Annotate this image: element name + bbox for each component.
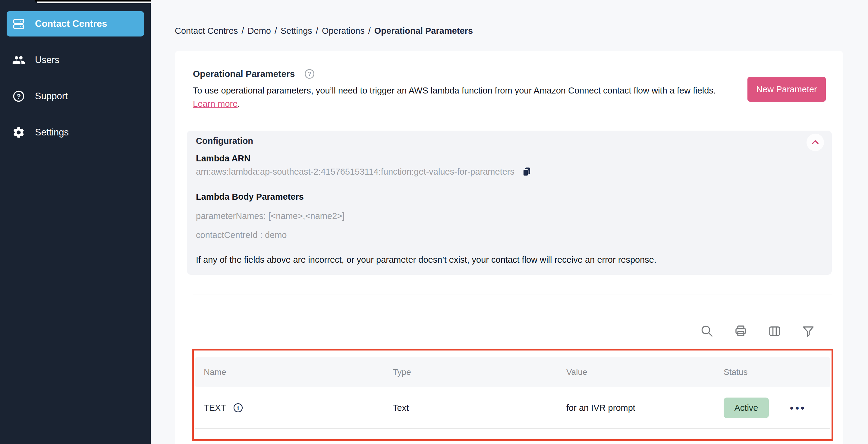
svg-text:?: ? <box>17 92 21 100</box>
new-parameter-button[interactable]: New Parameter <box>747 77 826 102</box>
parameter-name: TEXT <box>204 403 226 413</box>
cell-name: TEXT i <box>204 403 393 413</box>
top-white-strip <box>37 1 151 3</box>
sidebar-nav: Contact Centres Users ? Support <box>0 0 151 145</box>
main-content: Contact Centres / Demo / Settings / Oper… <box>151 0 868 444</box>
breadcrumb-separator: / <box>368 26 371 36</box>
sidebar-item-contact-centres[interactable]: Contact Centres <box>7 11 144 36</box>
sidebar-item-label: Support <box>35 91 68 102</box>
breadcrumb: Contact Centres / Demo / Settings / Oper… <box>175 26 473 36</box>
breadcrumb-item[interactable]: Demo <box>248 26 271 36</box>
row-actions-menu[interactable]: ••• <box>790 402 830 414</box>
sidebar-item-support[interactable]: ? Support <box>7 84 144 109</box>
breadcrumb-item[interactable]: Contact Centres <box>175 26 238 36</box>
users-icon <box>12 53 25 67</box>
copy-icon <box>521 166 532 177</box>
description-text: To use operational parameters, you’ll ne… <box>193 86 716 95</box>
section-divider <box>193 294 832 294</box>
table-header-row: Name Type Value Status <box>195 357 830 387</box>
copy-button[interactable] <box>521 166 532 177</box>
column-header-status[interactable]: Status <box>724 367 790 377</box>
gear-icon <box>12 126 25 139</box>
cell-value: for an IVR prompt <box>566 403 724 413</box>
breadcrumb-separator: / <box>242 26 244 36</box>
description-period: . <box>238 99 240 109</box>
breadcrumb-separator: / <box>316 26 318 36</box>
app-root: Contact Centres Users ? Support <box>0 0 868 444</box>
servers-icon <box>12 17 25 30</box>
lambda-body-label: Lambda Body Parameters <box>196 192 304 202</box>
configuration-heading: Configuration <box>196 136 253 146</box>
breadcrumb-item[interactable]: Settings <box>281 26 312 36</box>
breadcrumb-current: Operational Parameters <box>374 26 473 36</box>
question-circle-icon[interactable]: ? <box>304 68 315 80</box>
collapse-button[interactable] <box>807 134 824 151</box>
svg-text:?: ? <box>308 71 311 77</box>
table-toolbar <box>700 324 815 338</box>
sidebar: Contact Centres Users ? Support <box>0 0 151 444</box>
configuration-panel: Configuration Lambda ARN arn:aws:lambda:… <box>187 130 832 275</box>
status-badge: Active <box>724 397 769 418</box>
print-icon[interactable] <box>734 324 748 338</box>
parameter-names-value: parameterNames: [<name>,<name2>] <box>196 211 344 221</box>
column-header-value[interactable]: Value <box>566 367 724 377</box>
page-header: Operational Parameters ? <box>193 68 315 80</box>
learn-more-link[interactable]: Learn more <box>193 99 238 109</box>
content-card: Operational Parameters ? To use operatio… <box>175 51 843 444</box>
lambda-arn-label: Lambda ARN <box>196 153 250 164</box>
page-description: To use operational parameters, you’ll ne… <box>193 84 733 110</box>
column-header-type[interactable]: Type <box>393 367 566 377</box>
lambda-arn-row: arn:aws:lambda:ap-southeast-2:4157651531… <box>196 166 532 177</box>
sidebar-item-label: Users <box>35 55 59 65</box>
sidebar-item-users[interactable]: Users <box>7 47 144 73</box>
columns-icon[interactable] <box>767 324 782 338</box>
lambda-arn-value: arn:aws:lambda:ap-southeast-2:4157651531… <box>196 167 515 177</box>
breadcrumb-item[interactable]: Operations <box>322 26 365 36</box>
help-circle-icon: ? <box>12 90 25 103</box>
configuration-warning: If any of the fields above are incorrect… <box>196 255 656 265</box>
sidebar-item-settings[interactable]: Settings <box>7 120 144 145</box>
breadcrumb-separator: / <box>275 26 277 36</box>
filter-icon[interactable] <box>801 324 815 338</box>
cell-status: Active <box>724 397 790 418</box>
cell-type: Text <box>393 403 566 413</box>
sidebar-item-label: Settings <box>35 127 69 138</box>
parameters-table-highlight: Name Type Value Status TEXT i <box>192 349 833 441</box>
table-row: TEXT i Text for an IVR prompt Active <box>195 387 830 429</box>
contact-centre-id-value: contactCentreId : demo <box>196 230 287 240</box>
sidebar-item-label: Contact Centres <box>35 19 107 29</box>
info-icon[interactable]: i <box>233 403 244 413</box>
svg-text:i: i <box>237 405 239 411</box>
chevron-up-icon <box>810 137 821 148</box>
column-header-name[interactable]: Name <box>204 367 393 377</box>
search-icon[interactable] <box>700 324 714 338</box>
page-title: Operational Parameters <box>193 69 295 79</box>
